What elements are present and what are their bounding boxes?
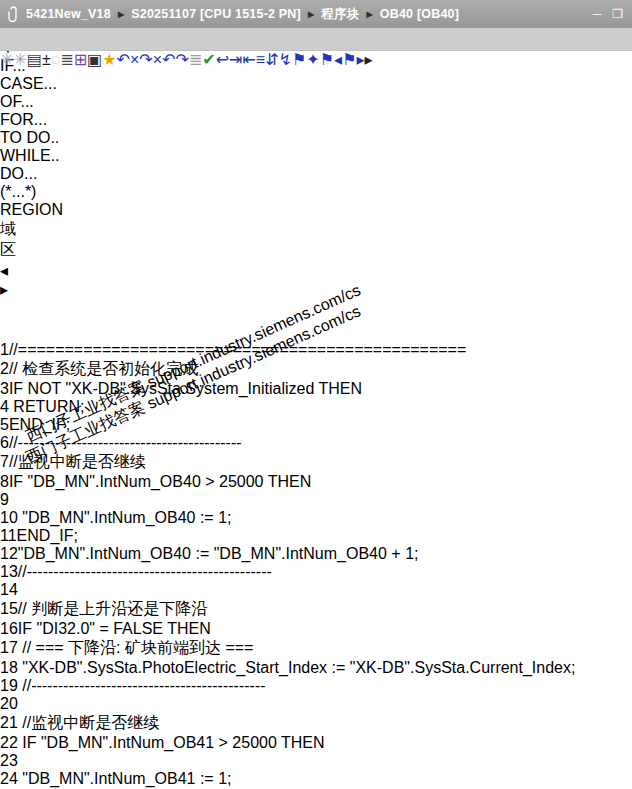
line-number: 17 xyxy=(0,639,18,656)
line-number: 13 xyxy=(0,563,18,580)
code-line[interactable]: 12"DB_MN".IntNum_OB40 := "DB_MN".IntNum_… xyxy=(0,545,632,563)
line-number: 21 xyxy=(0,714,18,731)
insert-network-icon[interactable]: ✳ xyxy=(0,51,13,68)
code-text: //--------------------------------------… xyxy=(18,677,266,694)
network-comments-icon[interactable]: ≣ xyxy=(60,51,73,68)
menu-strip xyxy=(0,28,632,51)
fbd-view-icon[interactable]: ⊞ xyxy=(74,51,87,68)
code-line[interactable]: 8IF "DB_MN".IntNum_OB40 > 25000 THEN xyxy=(0,473,632,491)
code-line[interactable]: 15// 判断是上升沿还是下降沿 xyxy=(0,599,632,620)
close-all-networks-icon[interactable]: ± xyxy=(42,51,51,68)
snippet-tab-strip: IF...CASE...OF...FOR...TO DO..WHILE..DO.… xyxy=(0,57,632,219)
code-line[interactable]: 20 xyxy=(0,695,632,713)
code-line[interactable]: 19 //-----------------------------------… xyxy=(0,677,632,695)
indent-icon[interactable]: ⇥ xyxy=(229,51,242,68)
code-line[interactable]: 22 IF "DB_MN".IntNum_OB41 > 25000 THEN xyxy=(0,734,632,752)
code-text: "DB_MN".IntNum_OB40 := 1; xyxy=(18,509,232,526)
code-text: IF "DI32.0" = FALSE THEN xyxy=(18,620,211,637)
next-bookmark-icon[interactable]: ⚑▸ xyxy=(342,51,364,68)
restore-button[interactable]: ❐ xyxy=(612,8,623,20)
line-number: 22 xyxy=(0,734,18,751)
line-number: 7 xyxy=(0,453,9,470)
minimize-button[interactable]: ─ xyxy=(593,8,602,20)
splitter-expand-handle[interactable]: ▸ xyxy=(0,280,632,299)
snippet-tab-label: WHILE.. xyxy=(0,147,632,165)
previous-bookmark-icon[interactable]: ⚑◂ xyxy=(320,51,342,68)
title-bar: 5421New_V18▶S20251107 [CPU 1515-2 PN]▶程序… xyxy=(0,0,632,29)
splitter-collapse-handle[interactable]: ◂ xyxy=(0,261,632,280)
code-line[interactable]: 21 //监视中断是否继续 xyxy=(0,713,632,734)
editor-toolbar: ✳✳▤±◌≣⊞▣★↶×↷×↶↷≣✔↩⇥⇤≡⇵↯⚑✦⚑◂⚑▸▸ xyxy=(0,50,632,77)
error-badge-icon: × xyxy=(153,51,162,68)
breadcrumb-item[interactable]: OB40 [OB40] xyxy=(380,7,459,21)
open-all-networks-icon[interactable]: ▤ xyxy=(27,51,42,68)
compile-icon[interactable]: ✔ xyxy=(202,51,215,68)
error-badge-icon: × xyxy=(130,51,139,68)
snapshot-icon[interactable]: ▣ xyxy=(87,51,102,68)
set-bookmark-icon[interactable]: ⚑✦ xyxy=(292,51,320,68)
toolbar-overflow-icon[interactable]: ▸ xyxy=(365,51,373,68)
snippet-tab-while-do[interactable]: WHILE..DO... xyxy=(0,147,632,183)
snippet-tab-label: CASE... xyxy=(0,75,632,93)
symbolic-representation-icon[interactable]: ★ xyxy=(102,51,116,68)
line-number: 8 xyxy=(0,473,9,490)
previous-error-icon[interactable]: ↶× xyxy=(117,51,140,68)
snippet-tab-label: FOR... xyxy=(0,111,632,129)
breadcrumb-arrow-icon: ▶ xyxy=(308,10,314,19)
snippet-tab-case-of[interactable]: CASE...OF... xyxy=(0,75,632,111)
code-line[interactable]: 23 xyxy=(0,752,632,770)
code-line[interactable]: 1//=====================================… xyxy=(0,341,632,359)
code-line[interactable]: 2// 检查系统是否初始化完成 xyxy=(0,359,632,380)
line-number: 5 xyxy=(0,416,9,433)
code-line[interactable]: 7//监视中断是否继续 xyxy=(0,452,632,473)
next-error-icon[interactable]: ↷× xyxy=(139,51,162,68)
code-line[interactable]: 17 // === 下降沿: 矿块前端到达 === xyxy=(0,638,632,659)
line-number: 24 xyxy=(0,770,18,787)
code-line[interactable]: 9 xyxy=(0,491,632,509)
code-line[interactable]: 24 "DB_MN".IntNum_OB41 := 1; xyxy=(0,770,632,788)
code-line[interactable]: 14 xyxy=(0,581,632,599)
line-number: 16 xyxy=(0,620,18,637)
outdent-icon[interactable]: ⇤ xyxy=(242,51,255,68)
line-number: 1 xyxy=(0,341,9,358)
keep-layout-icon[interactable]: ◌ xyxy=(51,51,61,68)
left-badge-icon: ◂ xyxy=(334,51,342,68)
line-number: 3 xyxy=(0,380,9,397)
paperclip-icon[interactable] xyxy=(7,6,20,23)
breadcrumb-item[interactable]: 5421New_V18 xyxy=(26,7,111,21)
line-number: 6 xyxy=(0,434,9,451)
snippet-tab-for-to-do[interactable]: FOR...TO DO.. xyxy=(0,111,632,147)
window-buttons: ─ ❐ xyxy=(593,8,623,20)
go-to-previous-point-icon[interactable]: ↶ xyxy=(162,51,175,68)
snippet-tab-label: DO... xyxy=(0,165,632,183)
line-number: 12 xyxy=(0,545,18,562)
code-line[interactable]: 16IF "DI32.0" = FALSE THEN xyxy=(0,620,632,638)
breadcrumb-item[interactable]: 程序块 xyxy=(321,6,359,23)
insert-empty-network-icon[interactable]: ✳ xyxy=(13,51,26,68)
update-block-calls-icon[interactable]: ≣ xyxy=(189,51,202,68)
code-text: END_IF; xyxy=(17,527,78,544)
line-number: 15 xyxy=(0,600,18,617)
scl-code-editor[interactable]: 西门子工业找答案 support.industry.siemens.com/cs… xyxy=(0,299,632,789)
breadcrumb-arrow-icon: ▶ xyxy=(366,10,372,19)
absolute-operands-icon[interactable]: ⇵ xyxy=(265,51,278,68)
breadcrumb-item[interactable]: S20251107 [CPU 1515-2 PN] xyxy=(131,7,301,21)
code-text: // 判断是上升沿还是下降沿 xyxy=(18,600,207,617)
snippet-tab-label: TO DO.. xyxy=(0,129,632,147)
line-number: 19 xyxy=(0,677,18,694)
auto-format-icon[interactable]: ≡ xyxy=(256,51,265,68)
code-line[interactable]: 11END_IF; xyxy=(0,527,632,545)
code-text: //监视中断是否继续 xyxy=(18,714,159,731)
code-text: "DB_MN".IntNum_OB40 := "DB_MN".IntNum_OB… xyxy=(18,545,419,562)
code-text: //--------------------------------------… xyxy=(18,563,272,580)
snippet-tab-label: OF... xyxy=(0,93,632,111)
code-line[interactable]: 13//------------------------------------… xyxy=(0,563,632,581)
code-line[interactable]: 18 "XK-DB".SysSta.PhotoElectric_Start_In… xyxy=(0,659,632,677)
undo-indent-icon[interactable]: ↩ xyxy=(216,51,229,68)
line-number: 10 xyxy=(0,509,18,526)
line-number: 18 xyxy=(0,659,18,676)
line-number: 11 xyxy=(0,527,17,544)
comment-out-icon[interactable]: ↯ xyxy=(279,51,292,68)
go-to-next-point-icon[interactable]: ↷ xyxy=(175,51,188,68)
code-line[interactable]: 10 "DB_MN".IntNum_OB40 := 1; xyxy=(0,509,632,527)
